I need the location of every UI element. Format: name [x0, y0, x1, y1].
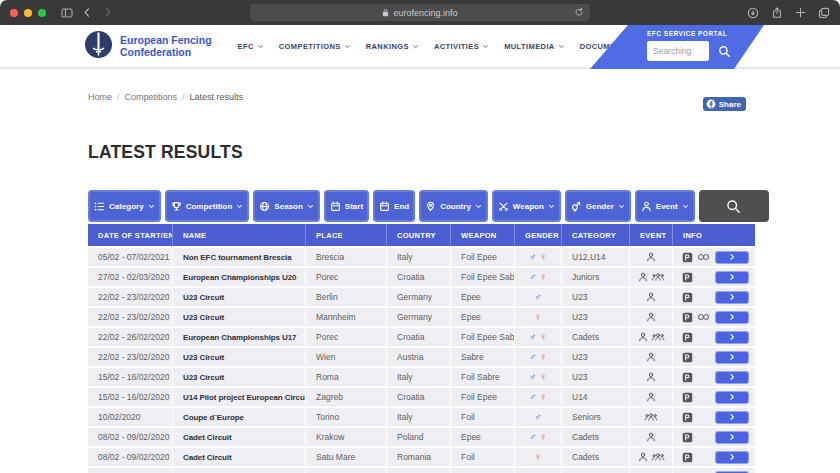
pdf-icon[interactable] — [682, 272, 693, 283]
cell-name[interactable]: Cadet Circuit — [173, 448, 306, 466]
efc-logo[interactable]: European Fencing Confederation — [84, 30, 212, 63]
filter-country[interactable]: Country — [419, 190, 488, 222]
facebook-share-button[interactable]: Share — [703, 97, 746, 111]
cell-name[interactable]: Cadet Circuit — [173, 428, 306, 446]
column-header-info[interactable]: INFO — [673, 224, 755, 246]
filter-season[interactable]: Season — [253, 190, 319, 222]
forward-icon[interactable] — [102, 7, 113, 18]
downloads-icon[interactable] — [747, 7, 759, 19]
nav-item-multimedia[interactable]: MULTIMEDIA — [504, 42, 565, 51]
column-header-gender[interactable]: GENDER — [515, 224, 562, 246]
cell-date: 15/02 - 16/02/2020 — [88, 368, 173, 386]
details-button[interactable] — [715, 291, 749, 304]
filter-event[interactable]: Event — [635, 190, 695, 222]
refresh-icon[interactable] — [574, 7, 584, 17]
cell-category: Cadets — [562, 448, 630, 466]
table-search-button[interactable] — [699, 190, 769, 222]
cell-gender: ♂♀ — [515, 428, 562, 446]
filter-start[interactable]: Start — [324, 190, 369, 222]
column-header-weapon[interactable]: WEAPON — [451, 224, 515, 246]
column-header-date-of-start-end[interactable]: DATE OF START/END — [88, 224, 173, 246]
tab-overview-icon[interactable] — [818, 7, 830, 19]
pdf-icon[interactable] — [682, 312, 693, 323]
filter-bar: Category Competition Season Start End Co… — [88, 190, 755, 222]
details-button[interactable] — [715, 251, 749, 264]
breadcrumb-latest-results[interactable]: Latest results — [190, 92, 244, 102]
close-window-button[interactable] — [10, 9, 18, 17]
maximize-window-button[interactable] — [38, 9, 46, 17]
pdf-icon[interactable] — [682, 252, 693, 263]
column-header-name[interactable]: NAME — [173, 224, 306, 246]
cell-name[interactable]: Non EFC tournament Brescia — [173, 248, 306, 266]
cell-name[interactable]: U23 Circuit — [173, 288, 306, 306]
pdf-icon[interactable] — [682, 292, 693, 303]
filter-gender[interactable]: Gender — [565, 190, 631, 222]
cell-gender: ♂♀ — [515, 248, 562, 266]
filter-end[interactable]: End — [373, 190, 415, 222]
filter-weapon[interactable]: Weapon — [492, 190, 561, 222]
minimize-window-button[interactable] — [24, 9, 32, 17]
nav-item-rankings[interactable]: RANKINGS — [366, 42, 419, 51]
cell-place: Zagreb — [306, 388, 387, 406]
details-button[interactable] — [715, 411, 749, 424]
link-icon[interactable] — [697, 312, 710, 322]
chevron-down-icon — [475, 203, 482, 210]
cell-name[interactable]: U14 Pilot project European Circuit — [173, 388, 306, 406]
pdf-icon[interactable] — [682, 392, 693, 403]
details-button[interactable] — [715, 431, 749, 444]
pdf-icon[interactable] — [682, 412, 693, 423]
url-bar[interactable]: eurofencing.info — [250, 4, 590, 21]
column-header-category[interactable]: CATEGORY — [562, 224, 630, 246]
cell-name[interactable]: U23 Circuit — [173, 368, 306, 386]
details-button[interactable] — [715, 391, 749, 404]
cell-name[interactable] — [173, 468, 306, 473]
column-header-place[interactable]: PLACE — [306, 224, 387, 246]
cell-gender: ♂ — [515, 408, 562, 426]
sidebar-toggle-icon[interactable] — [61, 7, 73, 19]
cell-name[interactable]: U23 Circuit — [173, 348, 306, 366]
link-icon[interactable] — [697, 252, 710, 262]
column-header-country[interactable]: COUNTRY — [387, 224, 451, 246]
nav-item-competitions[interactable]: COMPETITIONS — [279, 42, 351, 51]
nav-item-activities[interactable]: ACTIVITIES — [434, 42, 489, 51]
cell-name[interactable]: European Championships U17 — [173, 328, 306, 346]
details-button[interactable] — [715, 311, 749, 324]
pdf-icon[interactable] — [682, 452, 693, 463]
cell-date: 15/02 - 16/02/2020 — [88, 388, 173, 406]
pdf-icon[interactable] — [682, 332, 693, 343]
details-button[interactable] — [715, 451, 749, 464]
cell-weapon: Foil — [451, 408, 515, 426]
cell-country: Croatia — [387, 328, 451, 346]
female-icon: ♀ — [540, 272, 548, 282]
pdf-icon[interactable] — [682, 432, 693, 443]
cell-name[interactable]: U23 Circuit — [173, 308, 306, 326]
nav-item-label: MULTIMEDIA — [504, 42, 555, 51]
cell-country: Germany — [387, 288, 451, 306]
filter-icon — [94, 201, 105, 212]
pdf-icon[interactable] — [682, 372, 693, 383]
cell-name[interactable]: Coupe d´Europe — [173, 408, 306, 426]
pdf-icon[interactable] — [682, 352, 693, 363]
cell-place: Torino — [306, 408, 387, 426]
cell-name[interactable]: European Championships U20 — [173, 268, 306, 286]
share-page-icon[interactable] — [771, 7, 783, 19]
cell-event — [630, 348, 673, 366]
back-icon[interactable] — [82, 7, 93, 18]
column-header-event[interactable]: EVENT — [630, 224, 673, 246]
portal-search-button[interactable] — [718, 45, 731, 58]
filter-category[interactable]: Category — [88, 190, 161, 222]
efc-service-portal: EFC SERVICE PORTAL — [590, 25, 764, 69]
details-button[interactable] — [715, 351, 749, 364]
filter-icon — [498, 201, 509, 212]
breadcrumb-home[interactable]: Home — [88, 92, 112, 102]
cell-category: U14 — [562, 388, 630, 406]
filter-competition[interactable]: Competition — [165, 190, 250, 222]
nav-item-label: EFC — [238, 42, 254, 51]
portal-search-input[interactable] — [647, 41, 709, 61]
new-tab-icon[interactable] — [795, 7, 806, 18]
breadcrumb-competitions[interactable]: Competitions — [125, 92, 178, 102]
details-button[interactable] — [715, 331, 749, 344]
nav-item-efc[interactable]: EFC — [238, 42, 264, 51]
details-button[interactable] — [715, 271, 749, 284]
details-button[interactable] — [715, 371, 749, 384]
